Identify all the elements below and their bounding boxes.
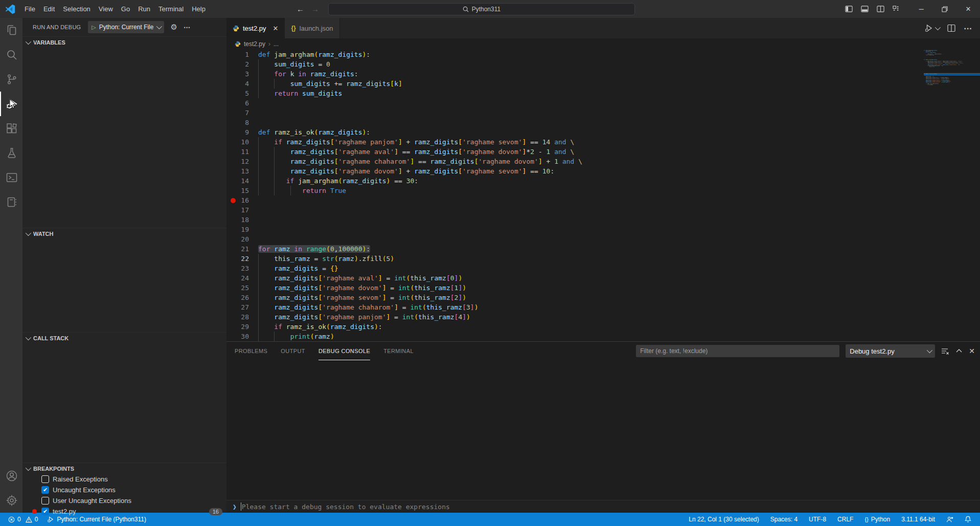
status-indentation[interactable]: Spaces: 4 [767, 514, 801, 525]
watch-section-header[interactable]: WATCH [22, 228, 226, 239]
breadcrumb-symbol[interactable]: ... [274, 40, 279, 48]
settings-icon[interactable] [0, 488, 22, 513]
code-line-3[interactable]: 3 for k in ramz_digits: [226, 69, 980, 79]
debug-console-input[interactable]: ❯ Please start a debug session to evalua… [226, 500, 980, 513]
menu-view[interactable]: View [95, 3, 117, 15]
code-line-4[interactable]: 4 sum_digits += ramz_digits[k] [226, 79, 980, 89]
code-line-26[interactable]: 26 ramz_digits['raghame sevom'] = int(th… [226, 293, 980, 302]
status-encoding[interactable]: UTF-8 [805, 514, 830, 525]
clear-console-icon[interactable] [941, 347, 949, 355]
menu-terminal[interactable]: Terminal [154, 3, 188, 15]
status-feedback[interactable] [943, 514, 957, 525]
breakpoint-checkbox[interactable]: ✔ [41, 508, 49, 515]
code-line-10[interactable]: 10 if ramz_digits['raghame panjom'] + ra… [226, 137, 980, 147]
call-stack-section-header[interactable]: CALL STACK [22, 332, 226, 343]
notebook-icon[interactable] [0, 190, 22, 214]
debug-settings-gear-icon[interactable]: ⚙ [170, 23, 177, 32]
gutter[interactable]: 21 [226, 244, 258, 254]
status-cursor-position[interactable]: Ln 22, Col 1 (30 selected) [685, 514, 762, 525]
close-panel-icon[interactable]: ✕ [969, 347, 975, 355]
breakpoint-item[interactable]: ✔test2.py16 [22, 506, 226, 517]
menu-edit[interactable]: Edit [39, 3, 59, 15]
source-control-icon[interactable] [0, 67, 22, 92]
run-and-debug-icon[interactable] [0, 92, 22, 116]
restore-button[interactable] [933, 0, 956, 18]
nav-back-icon[interactable]: ← [297, 5, 304, 13]
status-language-mode[interactable]: {}Python [861, 514, 894, 525]
code-line-5[interactable]: 5 return sum_digits [226, 89, 980, 98]
gutter[interactable]: 24 [226, 273, 258, 283]
variables-section-header[interactable]: VARIABLES [22, 36, 226, 48]
gutter[interactable]: 18 [226, 215, 258, 225]
gutter[interactable]: 1 [226, 50, 258, 59]
minimap[interactable]: def jam_argham(ramz_digits): sum_digits … [924, 50, 980, 341]
gutter[interactable]: 5 [226, 89, 258, 98]
gutter[interactable]: 16 [226, 195, 258, 205]
extensions-icon[interactable] [0, 116, 22, 141]
breakpoint-checkbox[interactable] [41, 497, 49, 505]
code-line-24[interactable]: 24 ramz_digits['raghame aval'] = int(thi… [226, 273, 980, 283]
status-python-interpreter[interactable]: 3.11.1 64-bit [898, 514, 939, 525]
code-line-15[interactable]: 15 return True [226, 186, 980, 195]
code-line-16[interactable]: 16 [226, 195, 980, 205]
menu-selection[interactable]: Selection [59, 3, 94, 15]
gutter[interactable]: 15 [226, 186, 258, 195]
breakpoint-checkbox[interactable] [41, 475, 49, 483]
menu-help[interactable]: Help [188, 3, 210, 15]
code-line-19[interactable]: 19 [226, 225, 980, 234]
tab-test2.py[interactable]: test2.py✕ [226, 18, 285, 38]
gutter[interactable]: 29 [226, 322, 258, 332]
code-line-7[interactable]: 7 [226, 108, 980, 118]
search-icon[interactable] [0, 42, 22, 67]
split-editor-icon[interactable] [947, 24, 955, 32]
gutter[interactable]: 13 [226, 166, 258, 176]
breakpoint-checkbox[interactable]: ✔ [41, 486, 49, 494]
gutter[interactable]: 25 [226, 283, 258, 293]
gutter[interactable]: 27 [226, 302, 258, 312]
gutter[interactable]: 23 [226, 264, 258, 273]
code-line-11[interactable]: 11 ramz_digits['raghame aval'] == ramz_d… [226, 147, 980, 157]
debug-console-output[interactable] [226, 360, 980, 500]
gutter[interactable]: 12 [226, 157, 258, 166]
toggle-sidebar-icon[interactable] [845, 5, 853, 13]
code-line-9[interactable]: 9def ramz_is_ok(ramz_digits): [226, 127, 980, 137]
code-line-30[interactable]: 30 print(ramz) [226, 332, 980, 341]
breadcrumb-file[interactable]: test2.py [244, 40, 265, 48]
gutter[interactable]: 9 [226, 127, 258, 137]
gutter[interactable]: 10 [226, 137, 258, 147]
account-icon[interactable] [0, 464, 22, 488]
code-line-2[interactable]: 2 sum_digits = 0 [226, 59, 980, 69]
code-line-6[interactable]: 6 [226, 98, 980, 108]
nav-forward-icon[interactable]: → [311, 5, 319, 13]
code-line-14[interactable]: 14 if jam_argham(ramz_digits) == 30: [226, 176, 980, 186]
debug-session-select[interactable]: Debug test2.py [846, 344, 935, 358]
panel-tab-terminal[interactable]: TERMINAL [383, 342, 414, 360]
run-python-file-button[interactable] [924, 24, 939, 33]
customize-layout-icon[interactable] [893, 5, 900, 13]
panel-tab-output[interactable]: OUTPUT [281, 342, 305, 360]
code-line-22[interactable]: 22 this_ramz = str(ramz).zfill(5) [226, 254, 980, 264]
command-center-search[interactable]: Python311 [328, 3, 635, 15]
code-line-28[interactable]: 28 ramz_digits['raghame panjom'] = int(t… [226, 312, 980, 322]
gutter[interactable]: 7 [226, 108, 258, 118]
toggle-secondary-sidebar-icon[interactable] [877, 5, 884, 13]
panel-tab-problems[interactable]: PROBLEMS [235, 342, 267, 360]
breakpoint-item[interactable]: User Uncaught Exceptions [22, 495, 226, 506]
code-editor[interactable]: 1def jam_argham(ramz_digits):2 sum_digit… [226, 50, 980, 341]
code-line-17[interactable]: 17 [226, 205, 980, 215]
gutter[interactable]: 28 [226, 312, 258, 322]
debug-console-filter-input[interactable]: Filter (e.g. text, !exclude) [636, 345, 839, 357]
code-line-23[interactable]: 23 ramz_digits = {} [226, 264, 980, 273]
code-line-20[interactable]: 20 [226, 234, 980, 244]
maximize-panel-icon[interactable] [955, 347, 963, 355]
close-tab-icon[interactable]: ✕ [273, 25, 279, 32]
gutter[interactable]: 3 [226, 69, 258, 79]
minimize-button[interactable]: ─ [909, 0, 933, 18]
panel-tab-debug-console[interactable]: DEBUG CONSOLE [318, 342, 370, 360]
gutter[interactable]: 26 [226, 293, 258, 302]
terminal-icon[interactable] [0, 165, 22, 190]
code-line-13[interactable]: 13 ramz_digits['raghame dovom'] + ramz_d… [226, 166, 980, 176]
close-window-button[interactable]: ✕ [956, 0, 980, 18]
gutter[interactable]: 17 [226, 205, 258, 215]
gutter[interactable]: 14 [226, 176, 258, 186]
